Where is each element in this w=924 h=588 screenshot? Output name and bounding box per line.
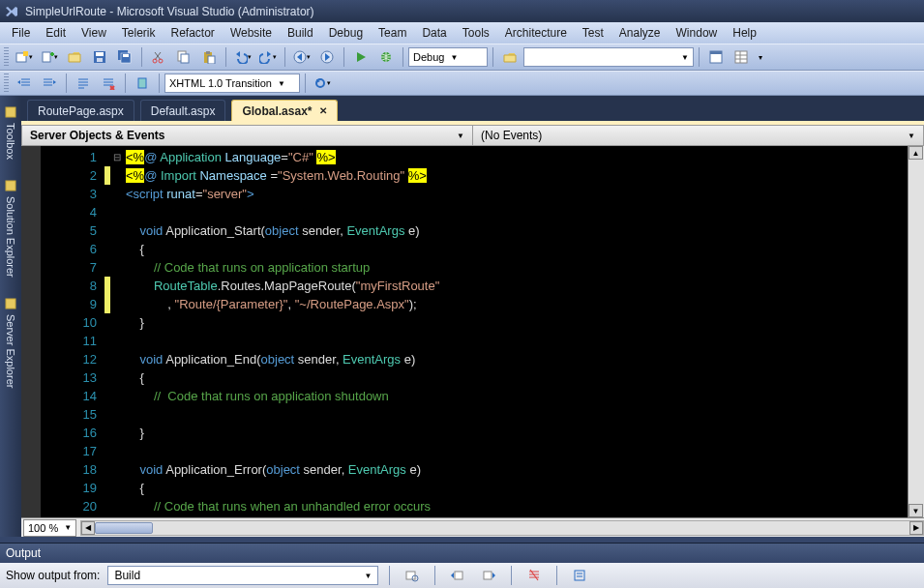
chevron-down-icon: ▼ <box>681 53 689 62</box>
close-icon[interactable]: ✕ <box>319 105 327 116</box>
menu-team[interactable]: Team <box>371 24 414 42</box>
menu-build[interactable]: Build <box>280 24 321 42</box>
svg-rect-52 <box>138 78 146 88</box>
menu-telerik[interactable]: Telerik <box>114 24 164 42</box>
start-debug-button[interactable] <box>349 46 373 68</box>
svg-rect-61 <box>484 572 492 579</box>
nav-forward-button[interactable] <box>315 46 339 68</box>
solution-config-combo[interactable]: Debug ▼ <box>408 47 488 67</box>
target-schema-combo[interactable]: XHTML 1.0 Transition ▼ <box>164 74 300 93</box>
save-button[interactable] <box>88 46 111 68</box>
zoom-combo[interactable]: 100 % ▼ <box>23 519 76 537</box>
window-title: SimpleUrlRoute - Microsoft Visual Studio… <box>25 5 314 18</box>
menu-edit[interactable]: Edit <box>38 24 74 42</box>
undo-button[interactable]: ▾ <box>231 46 254 68</box>
output-panel-title[interactable]: Output <box>0 544 924 563</box>
scrollbar-thumb[interactable] <box>95 522 153 534</box>
dock-tab-solution-explorer[interactable]: Solution Explorer <box>2 173 19 283</box>
uncomment-button[interactable] <box>97 73 120 94</box>
dock-tab-label: Solution Explorer <box>5 196 16 278</box>
horizontal-scrollbar[interactable]: ◀ ▶ <box>80 520 924 536</box>
menu-website[interactable]: Website <box>223 24 280 42</box>
vertical-scrollbar[interactable]: ▲ ▼ <box>908 146 924 517</box>
dock-tab-label: Toolbox <box>5 123 16 160</box>
prev-message-button[interactable] <box>446 565 469 586</box>
properties-icon[interactable] <box>730 46 753 68</box>
menu-test[interactable]: Test <box>575 24 611 42</box>
menu-file[interactable]: File <box>4 24 38 42</box>
find-in-files-icon[interactable] <box>498 46 522 68</box>
menu-view[interactable]: View <box>74 24 114 42</box>
dock-tab-toolbox[interactable]: Toolbox <box>2 100 19 165</box>
cut-button[interactable] <box>147 46 170 68</box>
chevron-down-icon: ▼ <box>364 572 372 580</box>
output-source-label: Show output from: <box>6 569 100 582</box>
redo-button[interactable]: ▾ <box>256 46 280 68</box>
document-well: RoutePage.aspxDefault.aspxGlobal.asax*✕ … <box>21 96 924 537</box>
svg-rect-67 <box>575 571 584 580</box>
svg-rect-7 <box>96 52 104 56</box>
next-message-button[interactable] <box>477 565 500 586</box>
toolbar-grip[interactable] <box>4 74 9 93</box>
solution-icon <box>4 179 17 192</box>
menu-refactor[interactable]: Refactor <box>164 24 223 42</box>
scroll-right-button[interactable]: ▶ <box>909 521 923 535</box>
code-text-area[interactable]: <%@ Application Language="C#" %><%@ Impo… <box>124 146 908 517</box>
menu-analyze[interactable]: Analyze <box>611 24 669 42</box>
save-all-button[interactable] <box>113 46 136 68</box>
navbar-right-value: (No Events) <box>481 129 542 142</box>
toggle-word-wrap-button[interactable] <box>568 565 591 586</box>
clear-all-button[interactable] <box>522 565 546 586</box>
solution-explorer-icon[interactable] <box>704 46 728 68</box>
svg-rect-11 <box>123 54 129 57</box>
add-item-button[interactable]: ▾ <box>38 46 61 68</box>
navbar-events-combo[interactable]: (No Events) ▼ <box>473 126 923 145</box>
browse-with-button[interactable] <box>374 46 398 68</box>
outline-collapse-icon[interactable]: ⊟ <box>110 148 124 166</box>
open-file-button[interactable] <box>63 46 86 68</box>
find-combo[interactable]: ▼ <box>523 47 694 67</box>
menu-window[interactable]: Window <box>669 24 726 42</box>
refresh-icon[interactable]: ▾ <box>311 73 334 94</box>
dock-tab-server-explorer[interactable]: Server Explorer <box>2 291 19 394</box>
navbar-objects-combo[interactable]: Server Objects & Events ▼ <box>22 126 473 145</box>
document-tab[interactable]: Global.asax*✕ <box>231 100 338 121</box>
copy-button[interactable] <box>172 46 195 68</box>
menu-architecture[interactable]: Architecture <box>497 24 575 42</box>
toolbox-icon <box>4 105 17 119</box>
menu-help[interactable]: Help <box>725 24 764 42</box>
menu-debug[interactable]: Debug <box>321 24 371 42</box>
code-editor[interactable]: 1234567891011121314151617181920 ⊟ <%@ Ap… <box>21 146 924 517</box>
menu-tools[interactable]: Tools <box>455 24 497 42</box>
document-tab[interactable]: Default.aspx <box>140 100 226 121</box>
document-tab[interactable]: RoutePage.aspx <box>27 100 134 121</box>
bookmark-toggle-button[interactable] <box>131 73 154 94</box>
new-project-button[interactable]: ▾ <box>13 46 36 68</box>
chevron-down-icon: ▼ <box>64 523 72 532</box>
outdent-button[interactable] <box>13 73 36 94</box>
editor-navbar: Server Objects & Events ▼ (No Events) ▼ <box>21 125 924 146</box>
nav-back-button[interactable]: ▾ <box>290 46 313 68</box>
output-source-combo[interactable]: Build ▼ <box>107 566 378 585</box>
output-panel: Output Show output from: Build ▼ <box>0 543 924 588</box>
tab-label: RoutePage.aspx <box>38 104 124 118</box>
toolbar-grip[interactable] <box>4 47 9 67</box>
scroll-left-button[interactable]: ◀ <box>81 521 95 535</box>
find-message-button[interactable] <box>401 565 424 586</box>
svg-marker-42 <box>53 80 56 84</box>
scroll-up-button[interactable]: ▲ <box>909 146 923 160</box>
svg-marker-0 <box>6 7 17 16</box>
outlining-margin[interactable]: ⊟ <box>110 146 124 517</box>
svg-marker-60 <box>451 573 454 578</box>
toolbar-overflow-button[interactable]: ▾ <box>755 46 766 68</box>
paste-button[interactable] <box>197 46 221 68</box>
indent-button[interactable] <box>38 73 61 94</box>
menu-data[interactable]: Data <box>414 24 454 42</box>
comment-button[interactable] <box>72 73 95 94</box>
titlebar: SimpleUrlRoute - Microsoft Visual Studio… <box>0 0 924 22</box>
scroll-down-button[interactable]: ▼ <box>909 504 923 517</box>
breakpoint-margin[interactable] <box>21 146 41 517</box>
svg-rect-8 <box>97 58 103 62</box>
document-tabstrip: RoutePage.aspxDefault.aspxGlobal.asax*✕ <box>21 96 924 121</box>
svg-rect-54 <box>6 107 15 117</box>
